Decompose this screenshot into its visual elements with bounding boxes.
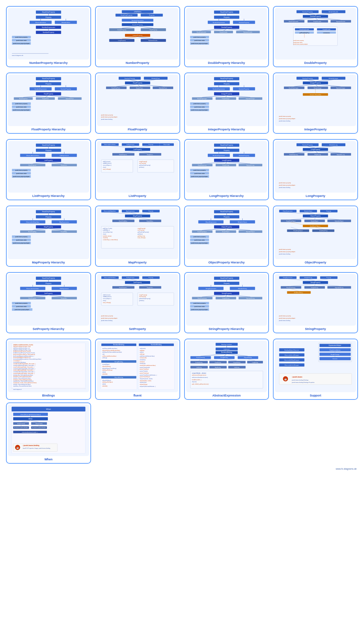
- svg-text:NumberBinding: NumberBinding: [151, 344, 162, 346]
- svg-text:javafx.beans.value: javafx.beans.value: [16, 173, 27, 174]
- card-fluent[interactable]: BooleanBinding and(ObservableBooleanValu…: [95, 339, 180, 400]
- svg-text:FloatProperty: FloatProperty: [44, 93, 54, 95]
- svg-text:getValue(): getValue(): [139, 167, 144, 168]
- svg-line-72: [226, 29, 248, 31]
- svg-text:When: When: [29, 418, 33, 420]
- card-longproperty[interactable]: NumberProperty WritableLong LongProperty…: [273, 139, 358, 200]
- card-stringproperty[interactable]: StringExpression WritableString Property…: [273, 272, 358, 333]
- svg-text:getReadOnlyProperty(): getReadOnlyProperty(): [138, 232, 149, 233]
- svg-text:WritableObject: WritableObject: [238, 221, 247, 223]
- card-image-10: ObservableListValue ListExpression Prope…: [97, 141, 178, 193]
- card-setproperty-hierarchy[interactable]: ReadOnlyProperty Property ObservableSetV…: [6, 272, 91, 333]
- card-setproperty[interactable]: ObservableSetValue SetExpression Propert…: [95, 272, 180, 333]
- svg-text:MapExpression: MapExpression: [60, 221, 69, 223]
- svg-text:javafx.beans.property: javafx.beans.property: [279, 315, 291, 317]
- svg-line-298: [307, 146, 315, 148]
- svg-text:MapBinding: MapBinding: [215, 367, 221, 368]
- card-doubleproperty[interactable]: NumberProperty WritableDouble DoubleProp…: [273, 6, 358, 67]
- svg-text:SimpleInteger: SimpleInteger: [222, 98, 230, 99]
- svg-text:divide(int): divide(int): [140, 361, 144, 363]
- card-image-17: ReadOnlyProperty Property ObservableSetV…: [8, 274, 89, 326]
- card-longproperty-hierarchy[interactable]: ReadOnlyProperty Property NumberExpressi…: [184, 139, 269, 200]
- svg-text:javafx.beans.binding: javafx.beans.binding: [279, 320, 290, 321]
- card-objectproperty[interactable]: ObjectExpression WritableObject Property…: [273, 206, 358, 267]
- svg-text:greaterThan(double): greaterThan(double): [140, 367, 150, 368]
- card-listproperty-hierarchy[interactable]: ReadOnlyProperty Property ObservableList…: [6, 139, 91, 200]
- card-listproperty[interactable]: ObservableListValue ListExpression Prope…: [95, 139, 180, 200]
- svg-text:computeValue() — abstract: computeValue() — abstract: [192, 373, 206, 374]
- card-label-10: ListProperty: [128, 194, 147, 198]
- svg-text:emptyProperty(): emptyProperty(): [139, 294, 147, 296]
- svg-line-284: [226, 162, 227, 164]
- svg-text:ReadOnlyMap...: ReadOnlyMap...: [119, 221, 128, 222]
- svg-text:divide(double): divide(double): [140, 357, 147, 359]
- svg-text:SimpleFloat: SimpleFloat: [42, 98, 49, 99]
- svg-text:getReadOnlyProperty(): getReadOnlyProperty(): [139, 165, 150, 166]
- svg-text:ReadOnlyFloat: ReadOnlyFloat: [19, 98, 28, 99]
- svg-text:NumberBinding: NumberBinding: [196, 357, 205, 358]
- svg-text:javafx.beans.property.adapter: javafx.beans.property.adapter: [191, 176, 208, 177]
- svg-line-48: [138, 37, 153, 39]
- svg-line-640: [199, 359, 200, 361]
- card-image-6: NumberProperty WritableFloat FloatProper…: [97, 75, 178, 126]
- card-image-18: ObservableSetValue SetExpression Propert…: [97, 274, 178, 326]
- svg-text:concat(Object...): concat(Object...): [13, 360, 21, 362]
- card-doubleproperty-hierarchy[interactable]: ReadOnlyProperty Property NumberExpressi…: [184, 6, 269, 67]
- card-image-3: ReadOnlyProperty Property NumberExpressi…: [186, 8, 267, 60]
- svg-text:WritableInteger: WritableInteger: [329, 78, 338, 79]
- svg-text:NumberProperty: NumberProperty: [303, 78, 313, 79]
- svg-line-202: [315, 84, 341, 87]
- card-mapproperty[interactable]: ObservableMapValue MapExpression Propert…: [95, 206, 180, 267]
- card-integerproperty[interactable]: NumberProperty WritableInteger IntegerPr…: [273, 73, 358, 134]
- card-integerproperty-hierarchy[interactable]: ReadOnlyProperty Property NumberExpressi…: [184, 73, 269, 134]
- svg-line-151: [116, 84, 137, 87]
- card-objectproperty-hierarchy[interactable]: ReadOnlyProperty Property ObjectExpressi…: [184, 206, 269, 267]
- card-floatproperty-hierarchy[interactable]: ReadOnlyProperty Property NumberExpressi…: [6, 73, 91, 134]
- svg-text:isEqualTo(String): isEqualTo(String): [102, 366, 110, 367]
- card-image-22: BooleanBinding and(ObservableBooleanValu…: [97, 341, 178, 392]
- svg-text:NumberExpression: NumberExpression: [35, 88, 47, 90]
- svg-line-352: [123, 218, 138, 220]
- card-abstractexpression[interactable]: Binding interface «abstract» BooleanBind…: [184, 339, 269, 400]
- svg-text:NumberExpression: NumberExpression: [213, 88, 225, 90]
- svg-text:sizeProperty(): sizeProperty(): [139, 296, 146, 297]
- card-when[interactable]: When when(ObservableBooleanValue) When t…: [6, 402, 91, 464]
- card-mapproperty-hierarchy[interactable]: ReadOnlyProperty Property ObservableMapV…: [6, 206, 91, 267]
- svg-line-252: [138, 151, 150, 153]
- svg-text:sizeProperty(): sizeProperty(): [138, 230, 145, 231]
- svg-line-388: [226, 229, 227, 231]
- svg-text:not(): not(): [102, 354, 104, 355]
- card-stringproperty-hierarchy[interactable]: ReadOnlyProperty Property StringExpressi…: [184, 272, 269, 333]
- svg-text:StyleableString: StyleableString: [246, 298, 254, 299]
- card-numberproperty[interactable]: «interface» ReadOnlyProperty Property Nu…: [95, 6, 180, 67]
- svg-line-413: [291, 218, 315, 220]
- svg-text:entrySet(): entrySet(): [103, 237, 107, 238]
- svg-text:SetBinding: SetBinding: [234, 367, 239, 368]
- svg-text:Property: Property: [223, 283, 230, 284]
- svg-text:BindingHelperObserver: BindingHelperObserver: [285, 349, 300, 351]
- card-image-1: ReadOnlyProperty Property ObservableValu…: [8, 8, 89, 60]
- svg-text:StringBinding: StringBinding: [220, 357, 228, 358]
- svg-text:LongProperty: LongProperty: [222, 160, 231, 161]
- svg-text:javafx.beans.property: javafx.beans.property: [193, 236, 205, 237]
- row-2: ReadOnlyProperty Property NumberExpressi…: [3, 70, 361, 136]
- svg-text:ReadOnlyProperty: ReadOnlyProperty: [220, 211, 233, 213]
- svg-line-641: [200, 359, 218, 361]
- svg-text:BooleanBinding: BooleanBinding: [221, 352, 232, 353]
- svg-text:ReadOnlyProperty: ReadOnlyProperty: [220, 144, 233, 146]
- card-support[interactable]: ExpressionHelper SingleInvalidation Sing…: [273, 339, 358, 400]
- svg-text:divide(int, ObservableNumberVa: divide(int, ObservableNumberValue): [13, 378, 31, 379]
- svg-line-534: [291, 289, 299, 291]
- card-numberproperty-hierarchy[interactable]: ReadOnlyProperty Property ObservableValu…: [6, 6, 91, 67]
- svg-text:addListener(InvalidationListen: addListener(InvalidationListener): [192, 377, 208, 378]
- page-footer: www.fx-diagrams.de: [3, 466, 361, 471]
- svg-text:javafx.beans.property.adapter: javafx.beans.property.adapter: [191, 109, 208, 111]
- svg-text:Property: Property: [46, 83, 52, 85]
- svg-text:javafx.beans.binding: javafx.beans.binding: [279, 187, 290, 188]
- svg-text:ReadOnlyObject: ReadOnlyObject: [294, 230, 303, 232]
- svg-text:SingleInvalidation: SingleInvalidation: [329, 349, 341, 351]
- svg-text:greaterThan(int): greaterThan(int): [140, 371, 148, 372]
- card-floatproperty[interactable]: NumberProperty WritableFloat FloatProper…: [95, 73, 180, 134]
- svg-text:size(), isEmpty(): size(), isEmpty(): [103, 302, 111, 303]
- card-bindings[interactable]: add(ObservableNumberValue, double) add(O…: [6, 339, 91, 400]
